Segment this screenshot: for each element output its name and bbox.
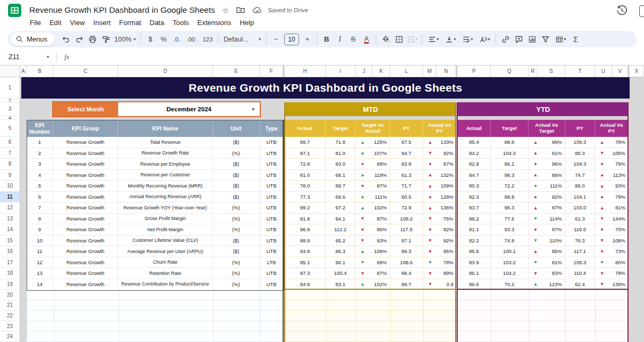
kpi-name-cell[interactable]: Total Revenue	[118, 137, 213, 148]
mtd-py-cell[interactable]: 99.3	[390, 246, 423, 257]
mtd-target-vs-actual-cell[interactable]: ▼88%	[356, 159, 390, 170]
kpi-group-cell[interactable]: Revenue Growth	[53, 192, 118, 203]
left-table-header-cell[interactable]: KPI Name	[118, 120, 213, 137]
ytd-actual-cell[interactable]: 84.2	[458, 148, 491, 159]
left-table-header-cell[interactable]: Unit	[213, 120, 260, 137]
mtd-actual-vs-py-cell[interactable]: ▲133%	[423, 137, 456, 148]
mtd-target-cell[interactable]: 94.1	[326, 214, 356, 225]
ytd-actual-vs-target-cell[interactable]: ▲92%	[529, 192, 565, 203]
row-header-22[interactable]: 22	[0, 311, 20, 321]
italic-button[interactable]: I	[333, 32, 346, 46]
menu-data[interactable]: Data	[145, 17, 168, 28]
kpi-group-cell[interactable]: Revenue Growth	[53, 235, 118, 247]
ytd-actual-vs-target-cell[interactable]: ▲123%	[529, 279, 565, 290]
column-header-Q[interactable]: Q	[491, 66, 529, 77]
ytd-py-cell[interactable]: 61.3	[565, 214, 595, 225]
increase-decimal-button[interactable]: .00→	[185, 32, 200, 46]
ytd-actual-vs-target-cell[interactable]: ▼81%	[529, 257, 565, 268]
column-header-H[interactable]: H	[285, 66, 326, 77]
formula-input[interactable]	[69, 48, 644, 65]
ytd-py-cell[interactable]: 103.0	[565, 202, 595, 214]
strikethrough-button[interactable]: S	[346, 32, 360, 46]
ytd-target-cell[interactable]: 89.8	[491, 192, 529, 203]
column-header-N[interactable]: N	[436, 66, 456, 77]
type-cell[interactable]: UTB	[260, 224, 283, 235]
column-header-B[interactable]: B	[27, 66, 53, 77]
select-all-corner[interactable]	[0, 66, 20, 77]
unit-cell[interactable]: ($)	[213, 159, 260, 170]
ytd-actual-cell[interactable]: 83.9	[458, 257, 491, 268]
kpi-name-cell[interactable]: Monthly Recurring Revenue (MRR)	[118, 181, 213, 192]
mtd-actual-cell[interactable]: 81.0	[285, 170, 326, 181]
ytd-actual-vs-target-cell[interactable]: ▼83%	[529, 268, 565, 279]
ytd-actual-vs-target-cell[interactable]: ▲96%	[529, 137, 565, 148]
row-header-2[interactable]: 2	[0, 99, 20, 102]
mtd-py-cell[interactable]: 83.8	[390, 159, 423, 170]
kpi-number-cell[interactable]: 12	[27, 257, 53, 268]
mtd-actual-vs-py-cell[interactable]: ▲132%	[423, 170, 456, 181]
ytd-actual-cell[interactable]: 85.4	[458, 137, 491, 148]
undo-button[interactable]	[59, 32, 72, 46]
mtd-target-vs-actual-cell[interactable]: ▼89%	[356, 257, 390, 268]
mtd-target-cell[interactable]: 83.1	[326, 279, 356, 290]
row-header-9[interactable]: 9	[0, 170, 20, 181]
mtd-py-cell[interactable]: 99.7	[390, 279, 423, 290]
column-header-P[interactable]: P	[458, 66, 491, 77]
mtd-actual-cell[interactable]: 72.8	[285, 159, 326, 170]
mtd-target-cell[interactable]: 96.1	[326, 257, 356, 268]
ytd-actual-vs-py-cell[interactable]: ▼78%	[595, 268, 628, 279]
mtd-actual-vs-py-cell[interactable]: ▲128%	[423, 192, 456, 203]
ytd-actual-vs-py-cell[interactable]: ▲79%	[595, 192, 628, 203]
create-filter-button[interactable]	[539, 32, 552, 46]
ytd-actual-vs-target-cell[interactable]: ▼96%	[529, 159, 565, 170]
row-header-12[interactable]: 12	[0, 202, 20, 214]
mtd-target-vs-actual-cell[interactable]: ▲102%	[356, 202, 390, 214]
kpi-name-cell[interactable]: Gross Profit Margin	[118, 214, 213, 225]
menu-format[interactable]: Format	[115, 17, 145, 28]
mtd-py-cell[interactable]: 108.2	[390, 214, 423, 225]
kpi-group-cell[interactable]: Revenue Growth	[53, 202, 118, 214]
ytd-actual-vs-py-cell[interactable]: ▲78%	[595, 137, 628, 148]
column-header-R[interactable]: R	[529, 66, 538, 77]
kpi-number-cell[interactable]: 11	[27, 246, 53, 257]
row-header-19[interactable]: 19	[0, 279, 20, 290]
ytd-actual-vs-target-cell[interactable]: ▼114%	[529, 214, 565, 225]
type-cell[interactable]: UTB	[260, 268, 283, 279]
mtd-header-cell[interactable]: PY	[390, 120, 423, 137]
empty-rows-mtd[interactable]	[285, 290, 456, 342]
ytd-actual-vs-target-cell[interactable]: ▼111%	[529, 181, 565, 192]
ytd-py-cell[interactable]: 80.3	[565, 148, 595, 159]
ytd-py-cell[interactable]: 109.3	[565, 137, 595, 148]
column-header-E[interactable]: E	[213, 66, 260, 77]
number-format-button[interactable]: 123	[200, 32, 215, 46]
row-header-5[interactable]: 5	[0, 120, 20, 137]
kpi-group-cell[interactable]: Revenue Growth	[53, 268, 118, 279]
paint-format-button[interactable]	[99, 32, 112, 46]
type-cell[interactable]: UTB	[260, 202, 283, 214]
empty-rows-left[interactable]	[27, 290, 284, 342]
kpi-number-cell[interactable]: 13	[27, 268, 53, 279]
mtd-target-cell[interactable]: 68.1	[326, 170, 356, 181]
mtd-target-cell[interactable]: 95.2	[326, 235, 356, 247]
ytd-actual-vs-target-cell[interactable]: ▲86%	[529, 170, 565, 181]
google-sheets-logo[interactable]	[7, 3, 22, 18]
mtd-actual-cell[interactable]: 99.2	[285, 202, 326, 214]
clipped-panel-icon[interactable]	[639, 5, 644, 17]
ytd-target-cell[interactable]: 104.3	[491, 148, 529, 159]
mtd-header-cell[interactable]: Actual	[285, 120, 326, 137]
format-currency-button[interactable]: $	[144, 32, 157, 46]
mtd-target-vs-actual-cell[interactable]: ▲125%	[356, 137, 390, 148]
kpi-name-cell[interactable]: Revenue Growth Rate	[118, 148, 213, 159]
row-header-1[interactable]: 1	[0, 77, 20, 99]
menu-help[interactable]: Help	[235, 17, 258, 28]
mtd-py-cell[interactable]: 98.4	[390, 268, 423, 279]
unit-cell[interactable]: ($)	[213, 137, 260, 148]
mtd-py-cell[interactable]: 71.7	[390, 181, 423, 192]
mtd-actual-vs-py-cell[interactable]: ▲109%	[423, 181, 456, 192]
cloud-saved-icon[interactable]	[252, 6, 263, 14]
mtd-target-cell[interactable]: 100.4	[326, 268, 356, 279]
ytd-actual-vs-py-cell[interactable]: ▼105%	[595, 148, 628, 159]
unit-cell[interactable]: ($)	[213, 170, 260, 181]
left-table-header-cell[interactable]: Type	[260, 120, 283, 137]
kpi-name-cell[interactable]: Average Revenue per User (ARPU)	[118, 246, 213, 257]
